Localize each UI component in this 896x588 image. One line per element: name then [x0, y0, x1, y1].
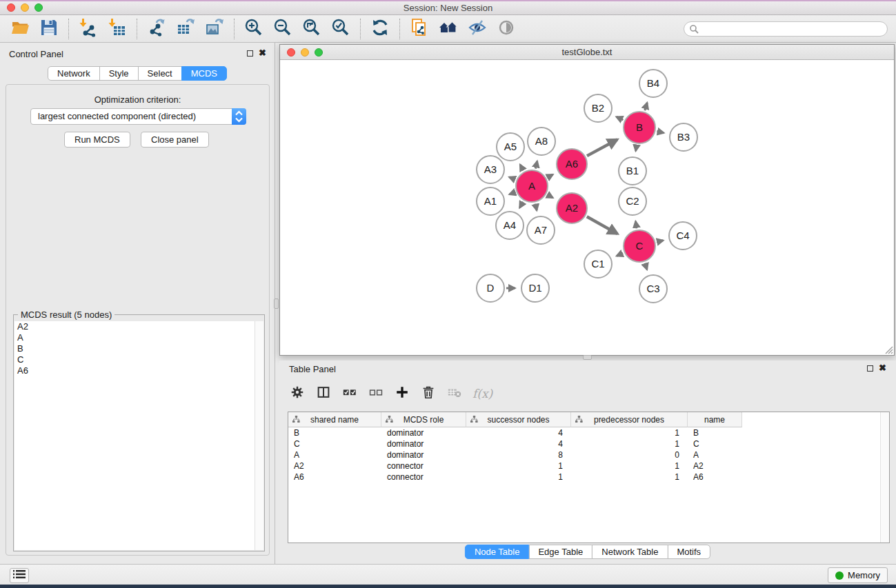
- window-resize-grip[interactable]: [884, 345, 893, 354]
- graph-edge-C-C1[interactable]: [617, 253, 623, 256]
- graph-node-A4[interactable]: A4: [495, 211, 524, 240]
- graph-edge-A-A5[interactable]: [520, 165, 524, 170]
- graph-node-C[interactable]: C: [623, 230, 656, 263]
- graph-edge-A-A1[interactable]: [510, 192, 515, 194]
- zoom-in-button[interactable]: [239, 17, 268, 41]
- graph-node-C3[interactable]: C3: [639, 274, 668, 303]
- graph-edge-A-A3[interactable]: [509, 177, 515, 179]
- tab-edge-table[interactable]: Edge Table: [528, 545, 593, 559]
- graph-edge-A6-B[interactable]: [587, 139, 617, 156]
- graph-node-A[interactable]: A: [515, 170, 548, 203]
- table-settings-button[interactable]: [289, 385, 306, 402]
- close-panel-icon[interactable]: ✖: [879, 365, 886, 372]
- table-row[interactable]: Adominator80A: [288, 449, 889, 460]
- graph-node-A3[interactable]: A3: [476, 155, 505, 184]
- graph-edge-C-C3[interactable]: [645, 263, 647, 270]
- save-session-button[interactable]: [34, 17, 63, 41]
- create-column-button[interactable]: [394, 385, 410, 402]
- float-panel-icon[interactable]: [247, 50, 253, 57]
- graph-edge-B-B1[interactable]: [636, 145, 637, 151]
- table-row[interactable]: A2connector11A2: [288, 460, 889, 472]
- graph-edge-B-B4[interactable]: [645, 103, 647, 110]
- run-mcds-button[interactable]: Run MCDS: [64, 132, 130, 148]
- tab-node-table[interactable]: Node Table: [465, 545, 530, 559]
- zoom-fit-button[interactable]: [297, 17, 326, 41]
- graph-edge-A-A6[interactable]: [548, 174, 553, 177]
- graph-edge-A-A4[interactable]: [519, 202, 523, 208]
- graph-node-B4[interactable]: B4: [639, 69, 668, 98]
- horizontal-splitter-grip[interactable]: [583, 355, 592, 360]
- import-table-button[interactable]: [103, 17, 132, 41]
- result-item[interactable]: C: [14, 354, 263, 365]
- function-builder-button[interactable]: f(x): [472, 385, 492, 402]
- column-header-name[interactable]: name: [688, 412, 742, 427]
- tab-style[interactable]: Style: [99, 66, 139, 81]
- column-header-shared-name[interactable]: shared name: [288, 412, 381, 427]
- result-item[interactable]: A6: [14, 365, 263, 376]
- graph-node-A2[interactable]: A2: [556, 192, 588, 224]
- graph-node-A6[interactable]: A6: [556, 148, 588, 180]
- search-input[interactable]: [684, 21, 888, 37]
- home-button[interactable]: [434, 17, 463, 41]
- column-header-predecessor-nodes[interactable]: predecessor nodes: [571, 412, 688, 427]
- export-table-button[interactable]: [171, 17, 200, 41]
- network-file-button[interactable]: [405, 17, 434, 41]
- network-window-titlebar[interactable]: testGlobe.txt: [280, 45, 894, 60]
- table-row[interactable]: A6connector11A6: [288, 472, 889, 483]
- tab-network-table[interactable]: Network Table: [592, 545, 668, 559]
- vertical-splitter-grip[interactable]: [274, 298, 279, 309]
- graph-node-B1[interactable]: B1: [618, 156, 647, 185]
- graph-node-A5[interactable]: A5: [496, 132, 525, 161]
- tab-mcds[interactable]: MCDS: [181, 66, 227, 81]
- result-item[interactable]: B: [14, 343, 263, 354]
- show-panels-button[interactable]: [492, 17, 521, 41]
- close-panel-button[interactable]: Close panel: [141, 132, 209, 148]
- refresh-button[interactable]: [366, 17, 395, 41]
- graph-node-A8[interactable]: A8: [527, 127, 556, 156]
- graph-node-D1[interactable]: D1: [521, 274, 550, 303]
- graph-node-C2[interactable]: C2: [618, 187, 647, 216]
- graph-edge-A-A8[interactable]: [535, 161, 537, 169]
- graph-node-B3[interactable]: B3: [669, 123, 698, 152]
- result-scrollbar[interactable]: [255, 321, 263, 550]
- graph-edge-B-B2[interactable]: [617, 116, 624, 120]
- graph-node-B2[interactable]: B2: [584, 94, 613, 123]
- table-row[interactable]: Bdominator41B: [288, 427, 889, 438]
- result-item[interactable]: A2: [14, 321, 263, 332]
- show-columns-button[interactable]: [315, 385, 332, 402]
- close-panel-icon[interactable]: ✖: [259, 50, 266, 57]
- graph-node-C1[interactable]: C1: [584, 250, 613, 278]
- tab-motifs[interactable]: Motifs: [667, 545, 710, 559]
- graph-canvas[interactable]: B4B2BB3A8A5A6A3B1AA1C2A2A4A7C4CC1DD1C3: [280, 61, 894, 355]
- graph-edge-C-C2[interactable]: [635, 221, 637, 228]
- export-network-button[interactable]: [142, 17, 171, 41]
- hide-panels-button[interactable]: [463, 17, 492, 41]
- graph-edge-A2-C[interactable]: [587, 216, 617, 234]
- column-header-successor-nodes[interactable]: successor nodes: [466, 412, 571, 427]
- memory-button[interactable]: Memory: [828, 567, 888, 583]
- select-all-button[interactable]: [341, 385, 358, 402]
- float-panel-icon[interactable]: [867, 365, 873, 372]
- mcds-result-list[interactable]: A2ABCA6: [14, 321, 263, 550]
- delete-column-button[interactable]: [420, 385, 437, 402]
- export-image-button[interactable]: [200, 17, 229, 41]
- graph-node-D[interactable]: D: [476, 274, 505, 303]
- task-history-button[interactable]: [10, 568, 29, 583]
- graph-edge-A-A7[interactable]: [535, 203, 537, 210]
- tab-network[interactable]: Network: [48, 66, 100, 81]
- table-scrollbar[interactable]: [880, 412, 889, 543]
- delete-table-button[interactable]: [446, 385, 463, 402]
- column-header-mcds-role[interactable]: MCDS role: [381, 412, 466, 427]
- graph-node-A1[interactable]: A1: [476, 187, 505, 216]
- graph-edge-C-C4[interactable]: [657, 241, 663, 242]
- open-session-button[interactable]: [6, 17, 34, 41]
- result-item[interactable]: A: [14, 332, 263, 343]
- table-row[interactable]: Cdominator41C: [288, 438, 889, 449]
- tab-select[interactable]: Select: [138, 66, 182, 81]
- graph-node-C4[interactable]: C4: [668, 221, 697, 250]
- graph-edge-A-A2[interactable]: [548, 195, 553, 198]
- criterion-select[interactable]: largest connected component (directed): [30, 108, 246, 125]
- graph-node-A7[interactable]: A7: [526, 216, 555, 245]
- graph-edge-B-B3[interactable]: [657, 132, 664, 133]
- zoom-out-button[interactable]: [268, 17, 297, 41]
